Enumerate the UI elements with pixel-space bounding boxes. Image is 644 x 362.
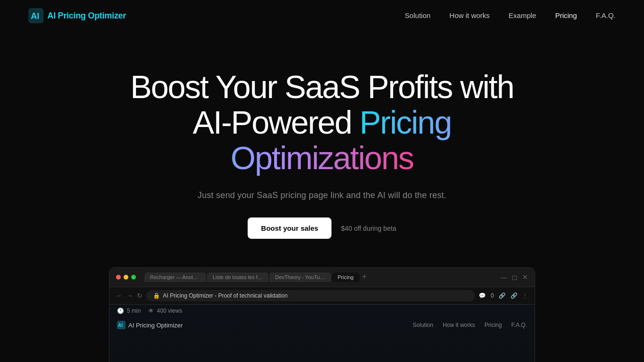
logo-icon: AI [28, 8, 44, 23]
navbar: AI AI Pricing Optimizer Solution How it … [0, 0, 644, 31]
beta-badge: $40 off during beta [341, 225, 396, 232]
video-container: Recharger — Another ChatG... Liste de to… [109, 267, 535, 362]
share-icon[interactable]: 🔗 [510, 292, 518, 299]
video-main-text: Hire Your Virtual CRO Expert: Optimize P… [191, 353, 453, 362]
more-options-icon[interactable]: ⋮ [522, 292, 528, 299]
chat-icon[interactable]: 💬 [479, 292, 486, 299]
nav-item-solution[interactable]: Solution [405, 11, 430, 20]
refresh-button[interactable]: ↻ [137, 292, 143, 299]
logo-text: AI Pricing Optimizer [47, 11, 126, 21]
maximize-dot[interactable] [131, 275, 136, 280]
hero-subtitle: Just send your SaaS pricing page link an… [197, 190, 447, 200]
video-duration: 5 min [127, 308, 141, 314]
link-icon[interactable]: 🔗 [499, 292, 506, 299]
inner-nav-links: Solution How it works Pricing F.A.Q. [413, 322, 527, 328]
boost-sales-button[interactable]: Boost your sales [248, 217, 331, 239]
inner-logo-icon: AI [117, 321, 125, 329]
back-button[interactable]: ← [116, 292, 123, 299]
address-bar-row: ← → ↻ 🔒 AI Pricing Optimizer - Proof of … [109, 287, 535, 305]
address-bar[interactable]: 🔒 AI Pricing Optimizer - Proof of techni… [146, 290, 475, 301]
inner-header: AI AI Pricing Optimizer Solution How it … [109, 317, 535, 333]
hero-title: Boost Your SaaS Profits with AI-Powered … [109, 69, 535, 175]
browser-chrome: Recharger — Another ChatG... Liste de to… [109, 268, 535, 287]
video-content: AI AI Pricing Optimizer Solution How it … [109, 317, 535, 362]
tab-1[interactable]: Liste de toutes les formations : [207, 272, 268, 282]
nav-item-howitworks[interactable]: How it works [449, 11, 490, 20]
browser-tabs: Recharger — Another ChatG... Liste de to… [144, 272, 497, 282]
browser-controls: — ◻ ✕ [501, 273, 528, 281]
nav-item-faq[interactable]: F.A.Q. [596, 11, 616, 20]
minimize-dot[interactable] [124, 275, 128, 280]
video-meta-bar: 🕐 5 min 👁 400 views [109, 305, 535, 317]
nav-item-example[interactable]: Example [509, 11, 536, 20]
tab-3-active[interactable]: Pricing [332, 272, 359, 282]
nav-links: Solution How it works Example Pricing F.… [405, 11, 616, 20]
address-bar-actions: 💬 0 🔗 🔗 ⋮ [479, 292, 528, 299]
browser-traffic-lights [116, 275, 136, 280]
new-tab-button[interactable]: + [362, 272, 367, 282]
inner-logo: AI AI Pricing Optimizer [117, 321, 183, 329]
tab-0[interactable]: Recharger — Another ChatG... [144, 272, 206, 282]
hero-section: Boost Your SaaS Profits with AI-Powered … [0, 31, 644, 362]
close-button[interactable]: ✕ [522, 273, 528, 281]
nav-item-pricing[interactable]: Pricing [555, 11, 577, 20]
close-dot[interactable] [116, 275, 121, 280]
views-info: 👁 400 views [148, 308, 182, 314]
duration-info: 🕐 5 min [117, 308, 141, 314]
logo[interactable]: AI AI Pricing Optimizer [28, 8, 126, 23]
hero-cta: Boost your sales $40 off during beta [248, 217, 396, 239]
video-views: 400 views [157, 308, 182, 314]
svg-text:AI: AI [118, 323, 123, 328]
forward-button[interactable]: → [126, 292, 133, 299]
comment-count: 0 [491, 292, 494, 299]
svg-text:AI: AI [31, 11, 39, 21]
restore-button[interactable]: ◻ [512, 273, 518, 281]
eye-icon: 👁 [148, 308, 154, 314]
minimize-button[interactable]: — [501, 273, 507, 281]
tab-2[interactable]: DevTheory - YouTube [269, 272, 331, 282]
clock-icon: 🕐 [117, 308, 124, 314]
